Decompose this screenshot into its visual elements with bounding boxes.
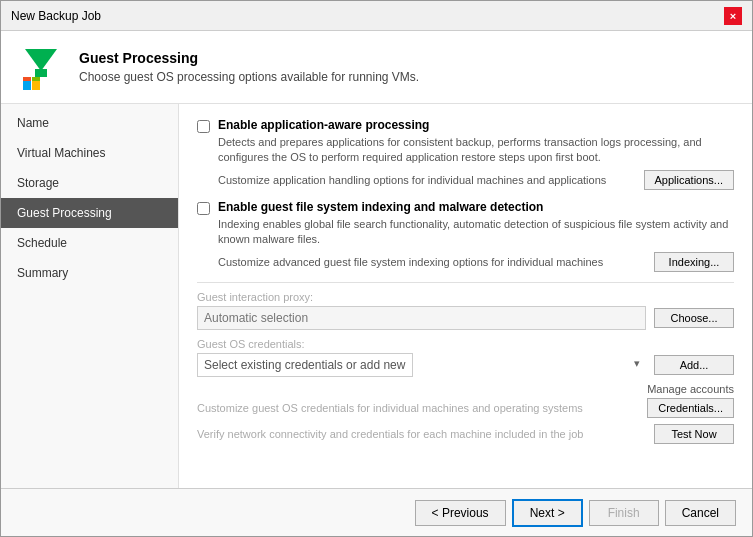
customize-creds-text: Customize guest OS credentials for indiv… <box>197 402 639 414</box>
credentials-section: Guest OS credentials: Select existing cr… <box>197 338 734 395</box>
sidebar: Name Virtual Machines Storage Guest Proc… <box>1 104 179 488</box>
sidebar-item-summary[interactable]: Summary <box>1 258 178 288</box>
file-indexing-desc: Indexing enables global file search func… <box>218 217 734 248</box>
content-area: Name Virtual Machines Storage Guest Proc… <box>1 104 752 488</box>
proxy-field-row: Choose... <box>197 306 734 330</box>
credentials-add-button[interactable]: Add... <box>654 355 734 375</box>
close-button[interactable]: × <box>724 7 742 25</box>
sidebar-item-guest-processing[interactable]: Guest Processing <box>1 198 178 228</box>
app-aware-desc: Detects and prepares applications for co… <box>218 135 734 166</box>
file-indexing-action-text: Customize advanced guest file system ind… <box>218 256 646 268</box>
file-indexing-action-row: Customize advanced guest file system ind… <box>218 252 734 272</box>
sidebar-item-storage[interactable]: Storage <box>1 168 178 198</box>
main-panel: Enable application-aware processing Dete… <box>179 104 752 488</box>
footer: < Previous Next > Finish Cancel <box>1 488 752 536</box>
finish-button[interactable]: Finish <box>589 500 659 526</box>
applications-button[interactable]: Applications... <box>644 170 734 190</box>
previous-button[interactable]: < Previous <box>415 500 506 526</box>
header: Guest Processing Choose guest OS process… <box>1 31 752 104</box>
sidebar-item-schedule[interactable]: Schedule <box>1 228 178 258</box>
app-aware-action-row: Customize application handling options f… <box>218 170 734 190</box>
svg-rect-6 <box>23 81 31 86</box>
header-subtitle: Choose guest OS processing options avail… <box>79 70 419 84</box>
app-aware-action-text: Customize application handling options f… <box>218 174 636 186</box>
manage-accounts-text: Manage accounts <box>197 383 734 395</box>
header-text: Guest Processing Choose guest OS process… <box>79 50 419 84</box>
indexing-button[interactable]: Indexing... <box>654 252 734 272</box>
proxy-label: Guest interaction proxy: <box>197 291 734 303</box>
svg-rect-1 <box>35 69 47 77</box>
file-indexing-checkbox[interactable] <box>197 202 210 215</box>
title-bar: New Backup Job × <box>1 1 752 31</box>
verify-row: Verify network connectivity and credenti… <box>197 424 734 444</box>
proxy-choose-button[interactable]: Choose... <box>654 308 734 328</box>
test-now-button[interactable]: Test Now <box>654 424 734 444</box>
svg-marker-0 <box>25 49 57 71</box>
customize-creds-row: Customize guest OS credentials for indiv… <box>197 398 734 418</box>
credentials-field-row: Select existing credentials or add new A… <box>197 353 734 377</box>
veeam-icon <box>17 43 65 91</box>
credentials-select-wrapper: Select existing credentials or add new <box>197 353 646 377</box>
verify-text: Verify network connectivity and credenti… <box>197 428 646 440</box>
dialog-title: New Backup Job <box>11 9 101 23</box>
credentials-select[interactable]: Select existing credentials or add new <box>197 353 413 377</box>
app-aware-checkbox[interactable] <box>197 120 210 133</box>
divider-1 <box>197 282 734 283</box>
proxy-input[interactable] <box>197 306 646 330</box>
file-indexing-option: Enable guest file system indexing and ma… <box>197 200 734 272</box>
svg-rect-7 <box>32 81 40 86</box>
next-button[interactable]: Next > <box>512 499 583 527</box>
dialog-window: New Backup Job × Guest Processing Choose… <box>0 0 753 537</box>
svg-rect-5 <box>32 86 40 90</box>
credentials-label: Guest OS credentials: <box>197 338 734 350</box>
header-title: Guest Processing <box>79 50 419 66</box>
app-aware-option: Enable application-aware processing Dete… <box>197 118 734 190</box>
sidebar-item-virtual-machines[interactable]: Virtual Machines <box>1 138 178 168</box>
svg-rect-4 <box>23 86 31 90</box>
cancel-button[interactable]: Cancel <box>665 500 736 526</box>
credentials-button[interactable]: Credentials... <box>647 398 734 418</box>
proxy-section: Guest interaction proxy: Choose... <box>197 291 734 330</box>
file-indexing-title: Enable guest file system indexing and ma… <box>218 200 734 214</box>
sidebar-item-name[interactable]: Name <box>1 108 178 138</box>
app-aware-title: Enable application-aware processing <box>218 118 734 132</box>
